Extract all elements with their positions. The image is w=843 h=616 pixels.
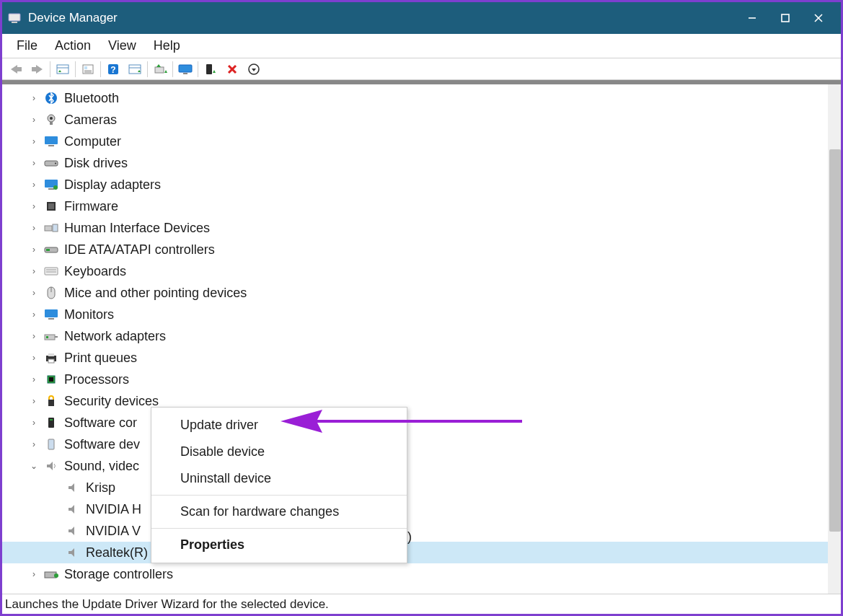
tree-category[interactable]: ›Display adapters bbox=[2, 174, 828, 195]
svg-rect-65 bbox=[50, 419, 53, 421]
properties-button[interactable] bbox=[77, 60, 99, 79]
context-menu-item[interactable]: Disable device bbox=[151, 439, 407, 465]
tree-device[interactable]: NVIDIA H bbox=[2, 498, 828, 520]
svg-marker-30 bbox=[252, 69, 256, 71]
expand-icon[interactable]: › bbox=[28, 93, 40, 103]
context-menu-item[interactable]: Properties bbox=[151, 532, 407, 558]
svg-marker-22 bbox=[156, 64, 161, 67]
svg-marker-71 bbox=[69, 548, 74, 557]
scrollbar-track[interactable] bbox=[828, 84, 841, 594]
tree-category[interactable]: ›Storage controllers bbox=[2, 563, 828, 585]
svg-rect-54 bbox=[48, 318, 54, 320]
tree-category-label: Display adapters bbox=[64, 177, 161, 193]
scrollbar-thumb[interactable] bbox=[829, 149, 841, 532]
expand-icon[interactable]: › bbox=[28, 245, 40, 255]
collapse-icon[interactable]: ⌄ bbox=[28, 461, 40, 471]
svg-point-41 bbox=[53, 185, 58, 190]
network-icon bbox=[44, 329, 58, 343]
tree-device-label: NVIDIA H bbox=[86, 502, 141, 517]
expand-icon[interactable]: › bbox=[28, 309, 40, 320]
svg-rect-35 bbox=[45, 136, 58, 144]
device-tree[interactable]: ›Bluetooth›Cameras›Computer›Disk drives›… bbox=[2, 84, 828, 594]
tree-device[interactable]: NVIDIA V bbox=[2, 520, 828, 542]
tree-category[interactable]: ⌄Sound, videc bbox=[2, 455, 828, 477]
back-button[interactable] bbox=[5, 60, 27, 79]
expand-icon[interactable]: › bbox=[28, 396, 40, 406]
scan-button[interactable] bbox=[124, 60, 146, 79]
svg-rect-40 bbox=[48, 188, 54, 190]
tree-category-label: Human Interface Devices bbox=[64, 221, 210, 236]
tree-category[interactable]: ›Human Interface Devices bbox=[2, 217, 828, 239]
tree-category-label: Bluetooth bbox=[64, 91, 119, 106]
enable-button[interactable] bbox=[200, 60, 221, 79]
update-driver-button[interactable] bbox=[149, 60, 171, 79]
tree-category-label: IDE ATA/ATAPI controllers bbox=[64, 242, 215, 258]
disable-button[interactable] bbox=[221, 60, 243, 79]
tree-category-label: Mice and other pointing devices bbox=[64, 286, 247, 301]
tree-category[interactable]: ›Monitors bbox=[2, 304, 828, 325]
tree-category[interactable]: ›Software dev bbox=[2, 434, 828, 455]
bluetooth-icon bbox=[44, 91, 58, 105]
svg-rect-1 bbox=[12, 22, 17, 23]
expand-icon[interactable]: › bbox=[28, 439, 40, 449]
tree-category[interactable]: ›Bluetooth bbox=[2, 87, 828, 109]
context-menu-item[interactable]: Scan for hardware changes bbox=[151, 498, 407, 525]
tree-category-label: Computer bbox=[64, 134, 121, 149]
monitor-button[interactable] bbox=[175, 60, 196, 79]
status-text: Launches the Update Driver Wizard for th… bbox=[5, 597, 329, 612]
tree-category-label: Software cor bbox=[64, 415, 137, 431]
menu-help[interactable]: Help bbox=[145, 35, 189, 56]
tree-category[interactable]: ›Computer bbox=[2, 131, 828, 152]
svg-marker-67 bbox=[47, 462, 53, 470]
minimize-button[interactable] bbox=[736, 2, 769, 34]
expand-icon[interactable]: › bbox=[28, 201, 40, 211]
tree-category[interactable]: ›Firmware bbox=[2, 195, 828, 217]
tree-category[interactable]: ›Print queues bbox=[2, 347, 828, 369]
uninstall-button[interactable] bbox=[243, 60, 265, 79]
help-button[interactable]: ? bbox=[102, 60, 124, 79]
cpu-icon bbox=[44, 372, 58, 387]
expand-icon[interactable]: › bbox=[28, 569, 40, 579]
app-icon bbox=[8, 12, 21, 25]
expand-icon[interactable]: › bbox=[28, 353, 40, 363]
expand-icon[interactable]: › bbox=[28, 115, 40, 125]
tree-category[interactable]: ›Keyboards bbox=[2, 260, 828, 282]
titlebar: Device Manager bbox=[2, 2, 841, 34]
forward-button[interactable] bbox=[27, 60, 48, 79]
context-menu-item[interactable]: Uninstall device bbox=[151, 465, 407, 492]
menu-action[interactable]: Action bbox=[46, 35, 100, 56]
svg-rect-0 bbox=[9, 14, 20, 21]
swcomp-icon bbox=[44, 415, 58, 430]
expand-icon[interactable]: › bbox=[28, 223, 40, 233]
expand-icon[interactable]: › bbox=[28, 374, 40, 384]
expand-icon[interactable]: › bbox=[28, 136, 40, 146]
expand-icon[interactable]: › bbox=[28, 158, 40, 168]
menu-file[interactable]: File bbox=[8, 35, 46, 56]
close-button[interactable] bbox=[802, 2, 835, 34]
tree-category[interactable]: ›Disk drives bbox=[2, 152, 828, 174]
svg-rect-43 bbox=[48, 203, 54, 209]
menu-view[interactable]: View bbox=[100, 35, 145, 56]
svg-rect-8 bbox=[57, 65, 69, 74]
tree-device[interactable]: Realtek(R) Audio bbox=[2, 542, 828, 563]
tree-category[interactable]: ›Mice and other pointing devices bbox=[2, 282, 828, 304]
tree-category-label: Storage controllers bbox=[64, 567, 173, 582]
expand-icon[interactable]: › bbox=[28, 331, 40, 341]
expand-icon[interactable]: › bbox=[28, 180, 40, 190]
tree-category[interactable]: ›Processors bbox=[2, 369, 828, 390]
tree-category[interactable]: ›Network adapters bbox=[2, 325, 828, 347]
context-menu-separator bbox=[151, 528, 407, 529]
expand-icon[interactable]: › bbox=[28, 418, 40, 428]
expand-icon[interactable]: › bbox=[28, 266, 40, 276]
window-title: Device Manager bbox=[28, 11, 118, 25]
svg-rect-48 bbox=[45, 268, 58, 275]
expand-icon[interactable]: › bbox=[28, 288, 40, 298]
tree-category[interactable]: ›Cameras bbox=[2, 109, 828, 131]
speaker-icon bbox=[66, 524, 80, 538]
maximize-button[interactable] bbox=[769, 2, 802, 34]
tree-category[interactable]: ›IDE ATA/ATAPI controllers bbox=[2, 239, 828, 260]
tree-device[interactable]: Krisp bbox=[2, 477, 828, 498]
svg-marker-69 bbox=[69, 505, 74, 514]
show-hidden-button[interactable] bbox=[52, 60, 74, 79]
svg-rect-66 bbox=[48, 439, 54, 449]
